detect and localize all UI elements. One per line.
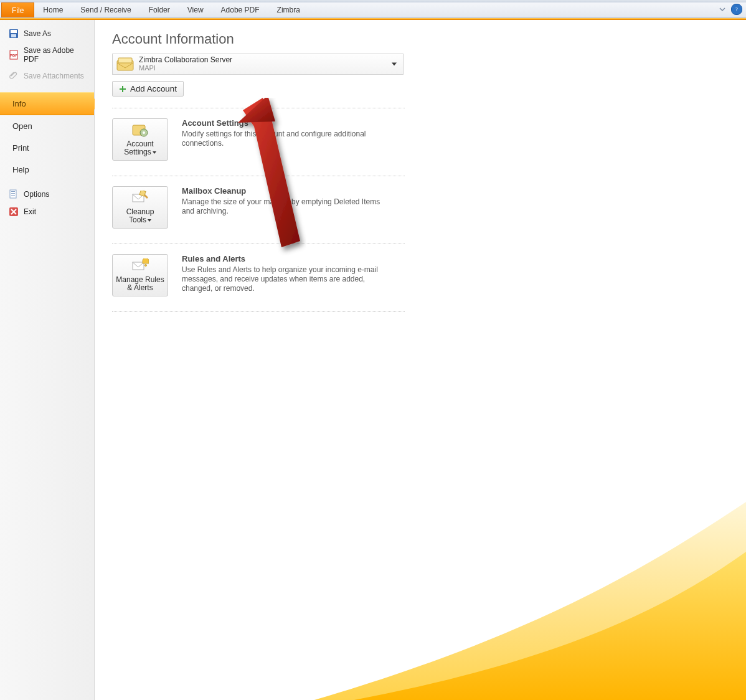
options-label: Options: [24, 190, 49, 199]
svg-rect-8: [11, 193, 15, 194]
rules-alerts-heading: Rules and Alerts: [182, 254, 387, 263]
decorative-swoosh: [310, 477, 746, 700]
svg-text:?: ?: [735, 7, 738, 12]
options-icon: [9, 189, 19, 199]
tab-file[interactable]: File: [1, 2, 34, 17]
exit-item[interactable]: Exit: [0, 203, 94, 220]
tab-home[interactable]: Home: [34, 2, 72, 17]
save-as-pdf-item[interactable]: PDF Save as Adobe PDF: [0, 42, 94, 67]
account-settings-button-line2: Settings: [124, 148, 151, 156]
account-settings-button[interactable]: Account Settings: [112, 118, 168, 161]
exit-label: Exit: [24, 207, 36, 216]
chevron-down-icon: [148, 219, 151, 222]
ribbon-tabs: File Home Send / Receive Folder View Ado…: [0, 2, 746, 18]
save-attachments-label: Save Attachments: [24, 72, 84, 80]
svg-point-21: [145, 265, 147, 267]
tab-folder[interactable]: Folder: [140, 2, 179, 17]
options-item[interactable]: Options: [0, 186, 94, 203]
nav-info[interactable]: Info: [0, 92, 94, 115]
mailbox-cleanup-heading: Mailbox Cleanup: [182, 186, 387, 196]
section-rules-alerts: Manage Rules & Alerts Rules and Alerts U…: [112, 244, 405, 312]
svg-rect-9: [11, 195, 15, 196]
help-icon[interactable]: ?: [731, 4, 742, 15]
section-mailbox-cleanup: Cleanup Tools Mailbox Cleanup Manage the…: [112, 176, 405, 244]
mailbox-cleanup-desc: Manage the size of your mailbox by empty…: [182, 197, 387, 216]
cleanup-icon: [131, 191, 149, 206]
save-as-item[interactable]: Save As: [0, 25, 94, 42]
save-as-icon: [9, 29, 19, 39]
rules-alerts-icon: [131, 258, 149, 273]
content-panel: Account Information Zimbra Collaboration…: [95, 20, 746, 700]
backstage-nav: Info Open Print Help: [0, 90, 94, 181]
tab-adobe-pdf[interactable]: Adobe PDF: [212, 2, 268, 17]
tab-view[interactable]: View: [179, 2, 212, 17]
svg-rect-2: [11, 30, 17, 33]
page-title: Account Information: [112, 31, 729, 47]
nav-help[interactable]: Help: [0, 159, 94, 181]
account-settings-button-line1: Account: [126, 140, 153, 148]
svg-rect-12: [118, 58, 132, 63]
plus-icon: [119, 85, 126, 93]
chevron-down-icon: [153, 151, 156, 154]
cleanup-tools-button[interactable]: Cleanup Tools: [112, 186, 168, 229]
tab-send-receive[interactable]: Send / Receive: [72, 2, 139, 17]
account-settings-icon: [131, 123, 149, 138]
attachment-icon: [9, 71, 19, 81]
mailbox-icon: [116, 57, 134, 72]
save-attachments-item: Save Attachments: [0, 67, 94, 85]
account-settings-desc: Modify settings for this account and con…: [182, 130, 387, 148]
manage-rules-alerts-button[interactable]: Manage Rules & Alerts: [112, 254, 168, 296]
cleanup-tools-button-line2: Tools: [129, 215, 146, 224]
svg-point-17: [143, 131, 145, 134]
save-as-pdf-label: Save as Adobe PDF: [24, 46, 85, 64]
exit-icon: [9, 207, 19, 217]
chevron-down-icon: [392, 63, 397, 66]
svg-rect-14: [120, 88, 126, 90]
svg-rect-6: [10, 190, 16, 198]
manage-rules-button-line2: & Alerts: [127, 283, 153, 292]
add-account-label: Add Account: [130, 84, 177, 93]
nav-open[interactable]: Open: [0, 115, 94, 137]
account-name: Zimbra Collaboration Server: [139, 56, 232, 64]
svg-rect-3: [11, 34, 16, 37]
account-type: MAPI: [139, 64, 232, 72]
svg-text:PDF: PDF: [10, 54, 17, 57]
svg-rect-7: [11, 191, 15, 192]
tab-zimbra[interactable]: Zimbra: [268, 2, 309, 17]
nav-print[interactable]: Print: [0, 137, 94, 159]
manage-rules-button-line1: Manage Rules: [116, 275, 164, 284]
backstage-sidebar: Save As PDF Save as Adobe PDF Save Attac…: [0, 20, 95, 700]
pdf-icon: PDF: [9, 50, 19, 60]
account-settings-heading: Account Settings: [182, 118, 387, 128]
ribbon-minimize-icon[interactable]: [717, 4, 727, 14]
save-as-label: Save As: [24, 29, 51, 38]
rules-alerts-desc: Use Rules and Alerts to help organize yo…: [182, 265, 387, 293]
account-dropdown[interactable]: Zimbra Collaboration Server MAPI: [112, 54, 404, 75]
add-account-button[interactable]: Add Account: [112, 81, 184, 97]
section-account-settings: Account Settings Account Settings Modify…: [112, 108, 405, 176]
cleanup-tools-button-line1: Cleanup: [126, 207, 154, 216]
